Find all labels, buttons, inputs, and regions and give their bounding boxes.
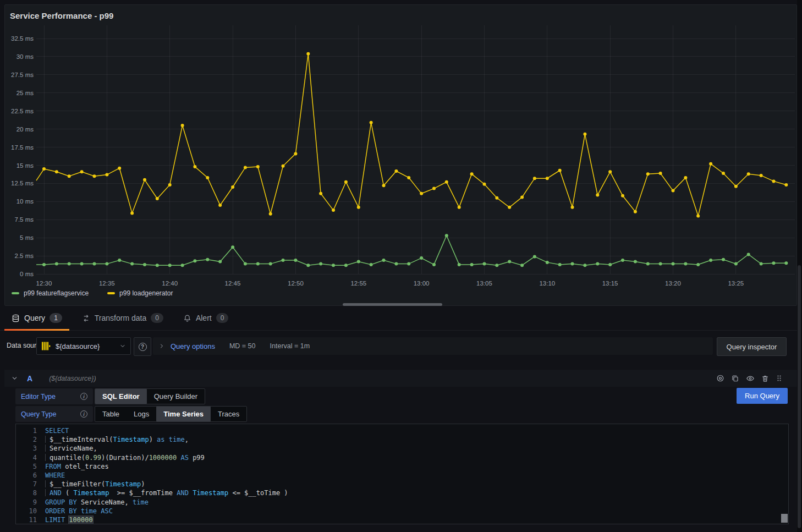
tab-alert-label: Alert: [196, 314, 212, 322]
svg-text:13:25: 13:25: [728, 280, 744, 287]
svg-text:22.5 ms: 22.5 ms: [11, 108, 34, 114]
query-type-option-logs[interactable]: Logs: [127, 407, 156, 421]
svg-text:12:40: 12:40: [162, 280, 178, 287]
datasource-value: ${datasource}: [56, 342, 115, 350]
query-options-bar[interactable]: Query options MD = 50 Interval = 1m: [153, 337, 713, 355]
query-options-md: MD = 50: [229, 342, 256, 350]
query-inspector-label: Query inspector: [727, 343, 777, 351]
svg-text:2.5 ms: 2.5 ms: [14, 253, 34, 259]
code-line: 8AND ( Timestamp >= $__fromTime AND Time…: [16, 489, 788, 497]
svg-text:13:00: 13:00: [414, 280, 430, 287]
page-scrollbar-track[interactable]: [797, 0, 802, 532]
svg-text:7.5 ms: 7.5 ms: [14, 216, 34, 223]
svg-text:13:10: 13:10: [539, 280, 555, 287]
chart-legend: p99 featureflagservice p99 loadgenerator: [12, 289, 173, 297]
query-inspector-button[interactable]: Query inspector: [717, 337, 787, 356]
chevron-right-icon: [158, 343, 165, 349]
tab-query-label: Query: [24, 314, 45, 322]
grafana-panel-edit-page: Service Performance - p99 0 ms2.5 ms5 ms…: [0, 0, 802, 532]
query-type-option-time-series[interactable]: Time Series: [156, 407, 211, 421]
svg-text:13:15: 13:15: [602, 280, 618, 287]
delete-query-trash-icon[interactable]: [761, 375, 769, 382]
clickhouse-datasource-icon: [41, 341, 51, 351]
code-line: 6WHERE: [16, 471, 788, 480]
legend-label: p99 featureflagservice: [24, 289, 89, 297]
query-ref-id: A: [27, 374, 32, 383]
query-options-toggle[interactable]: Query options: [171, 342, 215, 350]
tab-query[interactable]: Query 1: [4, 306, 69, 330]
code-line: 4quantile(0.99)(Duration)/1000000 AS p99: [16, 453, 788, 462]
query-type-option-table[interactable]: Table: [95, 407, 127, 421]
editor-type-option-query-builder[interactable]: Query Builder: [147, 389, 205, 404]
svg-text:12:45: 12:45: [225, 280, 241, 287]
tab-transform-data[interactable]: Transform data 0: [75, 306, 171, 330]
query-row-actions: [716, 374, 783, 383]
code-line: 2$__timeInterval(Timestamp) as time,: [16, 435, 788, 444]
panel-editor-tabbar: Query 1 Transform data 0 Alert 0: [0, 306, 797, 331]
legend-item-loadgenerator[interactable]: p99 loadgenerator: [107, 289, 173, 297]
editor-type-option-sql-editor[interactable]: SQL Editor: [95, 389, 147, 404]
chevron-down-icon: [119, 343, 126, 349]
run-query-button[interactable]: Run Query: [737, 388, 788, 404]
hide-response-eye-icon[interactable]: [746, 374, 755, 383]
svg-text:13:05: 13:05: [476, 280, 492, 287]
code-line: 9GROUP BY ServiceName, time: [16, 498, 788, 507]
svg-text:27.5 ms: 27.5 ms: [11, 72, 34, 78]
svg-text:32.5 ms: 32.5 ms: [11, 35, 34, 42]
tab-alert-count: 0: [216, 313, 229, 323]
query-datasource-hint: (${datasource}): [49, 375, 96, 382]
svg-text:15 ms: 15 ms: [17, 162, 34, 169]
tab-alert[interactable]: Alert 0: [176, 306, 235, 330]
svg-text:30 ms: 30 ms: [17, 53, 34, 60]
sql-code-editor[interactable]: 1SELECT2$__timeInterval(Timestamp) as ti…: [15, 424, 789, 524]
query-options-interval: Interval = 1m: [270, 342, 310, 350]
svg-text:25 ms: 25 ms: [17, 90, 34, 96]
collapse-caret-icon[interactable]: [11, 375, 18, 382]
datasource-picker[interactable]: ${datasource}: [36, 337, 131, 355]
chart-svg[interactable]: 0 ms2.5 ms5 ms7.5 ms10 ms12.5 ms15 ms17.…: [5, 5, 796, 305]
tab-transform-label: Transform data: [95, 314, 146, 322]
page-scrollbar-thumb[interactable]: [798, 265, 801, 528]
duplicate-query-icon[interactable]: [731, 374, 739, 382]
code-line: 1SELECT: [16, 426, 788, 435]
info-circle-icon[interactable]: i: [80, 393, 87, 400]
sql-code-lines: 1SELECT2$__timeInterval(Timestamp) as ti…: [16, 426, 788, 524]
legend-item-featureflagservice[interactable]: p99 featureflagservice: [12, 289, 89, 297]
legend-label: p99 loadgenerator: [119, 289, 173, 297]
editor-type-label: Editor Type: [21, 393, 56, 401]
svg-text:12.5 ms: 12.5 ms: [11, 180, 34, 187]
query-row-header[interactable]: A (${datasource}): [4, 370, 797, 387]
query-type-label: Query Type: [21, 410, 56, 418]
editor-scrollbar-thumb[interactable]: [781, 514, 788, 523]
editor-type-radio-group: SQL Editor Query Builder: [95, 388, 205, 404]
bell-icon: [183, 314, 191, 322]
question-circle-icon: ?: [139, 343, 147, 351]
tab-query-count: 1: [50, 313, 62, 323]
svg-text:12:30: 12:30: [36, 280, 52, 287]
svg-text:0 ms: 0 ms: [20, 271, 34, 277]
query-toolbar: Data source ${datasource} ? Query option…: [0, 331, 797, 363]
run-query-label: Run Query: [745, 392, 779, 400]
svg-text:5 ms: 5 ms: [20, 234, 34, 241]
code-line: 10ORDER BY time ASC: [16, 507, 788, 515]
code-line: 5FROM otel_traces: [16, 462, 788, 471]
query-type-option-traces[interactable]: Traces: [211, 407, 246, 421]
query-type-field-label: Query Type i: [15, 406, 93, 422]
editor-type-field-label: Editor Type i: [15, 388, 93, 404]
code-line: 7$__timeFilter(Timestamp): [16, 480, 788, 489]
svg-text:20 ms: 20 ms: [17, 126, 34, 133]
legend-color-swatch: [107, 292, 115, 294]
code-line: 11LIMIT 100000: [16, 515, 788, 524]
svg-text:10 ms: 10 ms: [17, 198, 34, 205]
svg-text:12:50: 12:50: [288, 280, 304, 287]
svg-text:12:55: 12:55: [350, 280, 366, 287]
datasource-help-button[interactable]: ?: [134, 337, 151, 356]
database-icon: [12, 314, 20, 322]
info-circle-icon[interactable]: i: [80, 410, 87, 418]
timeseries-panel: Service Performance - p99 0 ms2.5 ms5 ms…: [4, 4, 797, 306]
svg-text:13:20: 13:20: [665, 280, 681, 287]
query-history-icon[interactable]: [716, 374, 724, 382]
tab-transform-count: 0: [151, 313, 163, 323]
svg-text:12:35: 12:35: [99, 280, 115, 287]
drag-handle-icon[interactable]: [776, 375, 783, 382]
